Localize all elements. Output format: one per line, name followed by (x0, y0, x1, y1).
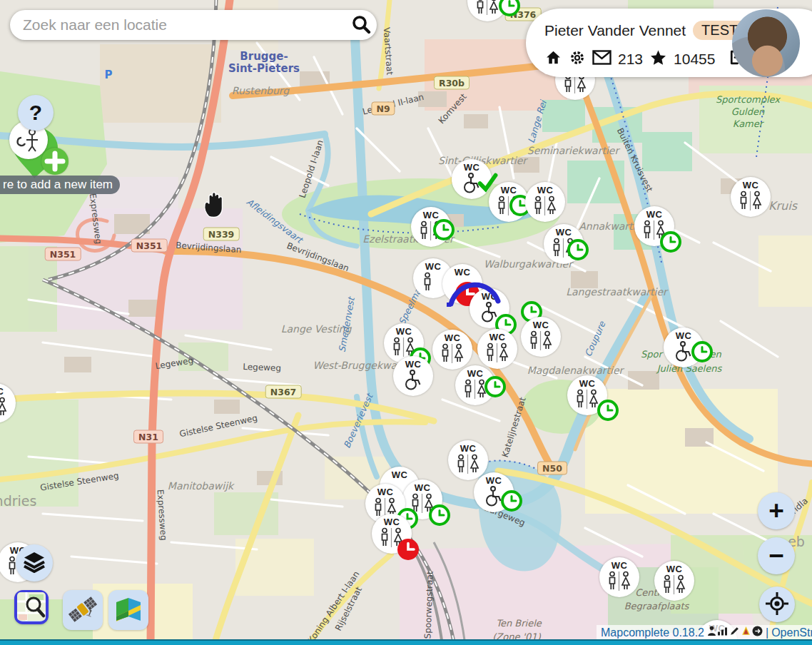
toilet-marker[interactable]: WC (664, 327, 704, 367)
marker-wc-label: WC (477, 332, 517, 342)
gear-icon[interactable] (569, 49, 586, 69)
openstreetmap-link[interactable]: OpenStreetMap (771, 626, 812, 639)
toilet-marker[interactable]: WC (477, 329, 517, 369)
toilet-marker[interactable]: WC (0, 383, 16, 423)
toilet-marker[interactable]: WC (521, 317, 561, 357)
geolocate-button[interactable] (759, 586, 795, 622)
toilet-marker[interactable]: WC (654, 561, 694, 601)
toilet-marker[interactable]: WC (474, 472, 514, 512)
marker-wc-label: WC (567, 378, 607, 389)
marker-wc-label: WC (393, 359, 433, 370)
open-hours-badge (429, 504, 450, 526)
search-icon (351, 14, 371, 36)
search-input[interactable] (10, 16, 345, 34)
search-bar (10, 10, 377, 40)
toilet-marker[interactable]: WC (599, 557, 639, 597)
marker-wc-label: WC (432, 332, 472, 343)
toilet-marker[interactable]: WC (544, 224, 584, 264)
background-satellite-button[interactable] (63, 590, 103, 630)
marker-wc-label: WC (525, 185, 565, 195)
open-hours-badge (499, 0, 520, 16)
toilet-marker[interactable]: WC (489, 182, 529, 222)
open-hours-badge (433, 219, 455, 240)
toilet-marker[interactable]: WC (467, 0, 507, 21)
background-osm-carto-button[interactable] (14, 590, 49, 624)
toilet-marker[interactable]: WC (432, 330, 472, 370)
mapcomplete-version-link[interactable]: Mapcomplete 0.18.2 (601, 626, 704, 639)
toilet-marker[interactable]: WC (411, 207, 451, 247)
toilet-marker[interactable]: WC (567, 375, 607, 415)
hand-cursor-icon (201, 188, 228, 220)
toilet-marker[interactable]: WC (452, 159, 492, 199)
marker-wc-label: WC (365, 487, 405, 497)
marker-wc-label: WC (384, 326, 424, 337)
contributors-icon[interactable] (707, 626, 716, 639)
toilet-type-icon (528, 330, 554, 352)
marker-wc-label: WC (452, 162, 492, 173)
star-icon[interactable] (649, 49, 667, 69)
markers-layer: WC WC WC (0, 0, 812, 645)
closed-hours-badge (397, 539, 419, 560)
add-item-hint: re to add a new item (0, 176, 120, 194)
marker-wc-label: WC (0, 386, 16, 397)
marker-wc-label: WC (521, 320, 561, 330)
toilet-type-icon (400, 370, 426, 391)
attribution-bar: Mapcomplete 0.18.2 | OpenStreetMap (597, 625, 812, 640)
toilet-tools-icon (16, 126, 43, 153)
osm-carto-icon (16, 591, 46, 624)
open-hours-badge (691, 341, 713, 362)
toilet-type-icon (738, 191, 763, 212)
marker-wc-label: WC (402, 482, 442, 493)
toilet-type-icon (574, 389, 600, 410)
license-icon[interactable] (752, 626, 763, 639)
open-hours-badge (501, 490, 522, 512)
add-icon (41, 148, 68, 175)
zoom-in-button[interactable]: + (758, 492, 795, 529)
help-button[interactable]: ? (18, 95, 54, 131)
attribution-separator: | (766, 626, 768, 639)
toilet-marker[interactable]: WC (634, 206, 674, 246)
statistics-icon[interactable] (717, 626, 729, 639)
background-map-button[interactable] (108, 590, 148, 630)
marker-wc-label: WC (664, 330, 704, 341)
marker-wc-label: WC (731, 180, 771, 191)
selected-arc-indicator (444, 274, 505, 308)
open-hours-badge (597, 400, 619, 421)
toilet-marker[interactable]: WC (455, 365, 495, 405)
user-name: Pieter Vander Vennet (544, 22, 686, 39)
map-view[interactable]: Brugge- Sint-Pieters Rustenburg P Sint-G… (0, 0, 812, 645)
marker-wc-label: WC (544, 227, 584, 238)
changesets-count: 10455 (674, 51, 715, 68)
messages-icon[interactable] (592, 50, 611, 68)
marker-wc-label: WC (474, 475, 514, 486)
toilet-type-icon (532, 195, 558, 217)
marker-wc-label: WC (380, 469, 420, 480)
user-avatar[interactable] (732, 9, 800, 77)
geolocate-icon (765, 591, 789, 618)
open-hours-badge (484, 376, 506, 397)
toilet-type-icon (607, 571, 632, 592)
zoom-out-button[interactable]: − (758, 537, 795, 574)
messages-count: 213 (618, 51, 643, 68)
open-hours-badge (660, 231, 681, 253)
search-button[interactable] (345, 10, 377, 40)
marker-wc-label: WC (448, 443, 488, 454)
layers-icon (23, 552, 46, 575)
toilet-marker[interactable]: WC (372, 514, 412, 554)
toilet-type-icon (474, 0, 500, 16)
toilet-type-icon (0, 397, 9, 418)
marker-wc-label: WC (599, 560, 639, 571)
edit-pen-icon[interactable] (729, 626, 740, 639)
toilet-marker[interactable]: WC (393, 356, 433, 396)
theme-logo-icon[interactable] (741, 626, 751, 639)
marker-wc-label: WC (372, 517, 412, 527)
toilet-marker[interactable]: WC (525, 182, 565, 222)
open-hours-badge (567, 239, 589, 260)
toilet-type-icon (484, 342, 510, 364)
toilet-marker[interactable]: WC (731, 177, 771, 217)
marker-wc-label: WC (634, 209, 674, 220)
home-icon[interactable] (544, 49, 562, 69)
satellite-icon (67, 594, 98, 627)
bottom-panel-edge[interactable] (0, 639, 812, 645)
layers-button[interactable] (16, 544, 53, 581)
